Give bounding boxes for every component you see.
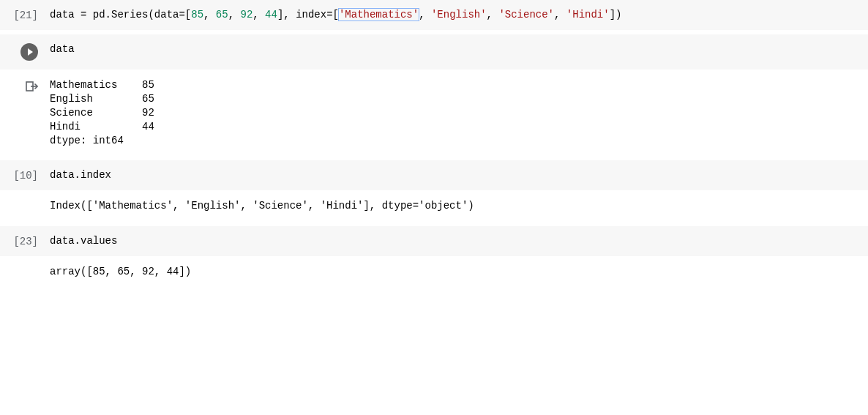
output-row: Index(['Mathematics', 'English', 'Scienc… [0, 190, 868, 222]
code-cell-data[interactable]: data [0, 34, 868, 70]
output-gutter [0, 199, 44, 200]
output-row: Mathematics 85 English 65 Science 92 Hin… [0, 70, 868, 156]
exec-count: [21] [0, 9, 44, 21]
code-cell-23[interactable]: [23] data.values [0, 226, 868, 256]
output-row: array([85, 65, 92, 44]) [0, 256, 868, 288]
code-content[interactable]: data.index [44, 169, 868, 181]
output-text: array([85, 65, 92, 44]) [44, 265, 868, 279]
run-button[interactable] [0, 43, 44, 61]
exec-count: [10] [0, 169, 44, 182]
code-cell-10[interactable]: [10] data.index [0, 160, 868, 190]
code-content[interactable]: data = pd.Series(data=[85, 65, 92, 44], … [44, 9, 868, 20]
play-icon [20, 43, 38, 61]
code-content[interactable]: data.values [44, 235, 868, 247]
code-cell-21[interactable]: [21] data = pd.Series(data=[85, 65, 92, … [0, 0, 868, 30]
exec-count: [23] [0, 235, 44, 247]
output-text: Index(['Mathematics', 'English', 'Scienc… [44, 199, 868, 213]
output-gutter [0, 265, 44, 266]
output-text: Mathematics 85 English 65 Science 92 Hin… [44, 78, 868, 147]
output-arrow-icon [0, 78, 44, 93]
code-content[interactable]: data [44, 43, 868, 55]
